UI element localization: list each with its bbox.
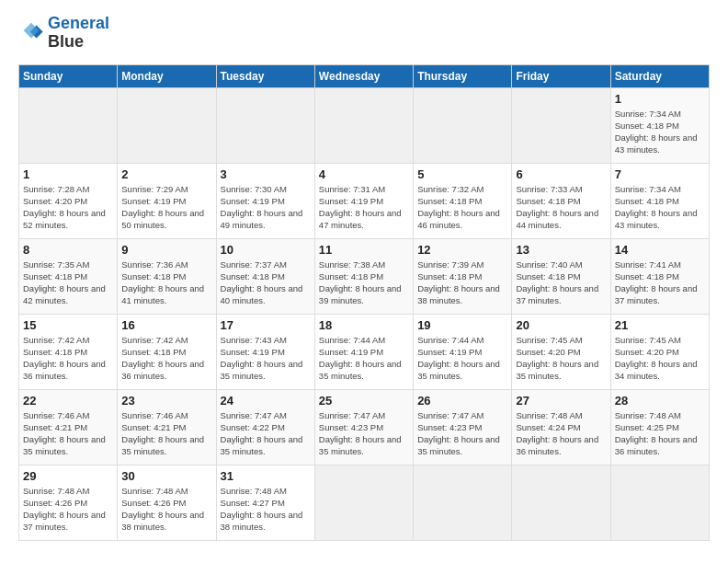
calendar-cell [414, 465, 512, 540]
calendar-cell [118, 87, 216, 163]
day-number: 27 [516, 394, 606, 408]
calendar-cell: 20Sunrise: 7:45 AMSunset: 4:20 PMDayligh… [512, 314, 610, 389]
day-number: 25 [319, 394, 409, 408]
day-number: 29 [23, 469, 113, 483]
day-number: 6 [516, 167, 606, 181]
day-info: Sunrise: 7:48 AMSunset: 4:26 PMDaylight:… [23, 485, 113, 534]
day-info: Sunrise: 7:34 AMSunset: 4:18 PMDaylight:… [615, 183, 705, 232]
calendar-cell [414, 87, 512, 163]
calendar-cell [314, 465, 413, 540]
day-info: Sunrise: 7:41 AMSunset: 4:18 PMDaylight:… [615, 259, 705, 307]
calendar-cell: 3Sunrise: 7:30 AMSunset: 4:19 PMDaylight… [216, 163, 314, 238]
calendar-cell: 23Sunrise: 7:46 AMSunset: 4:21 PMDayligh… [118, 389, 216, 465]
day-number: 19 [417, 318, 507, 332]
day-info: Sunrise: 7:42 AMSunset: 4:18 PMDaylight:… [121, 334, 211, 383]
calendar-body: 1Sunrise: 7:34 AMSunset: 4:18 PMDaylight… [19, 87, 710, 540]
calendar-cell: 29Sunrise: 7:48 AMSunset: 4:26 PMDayligh… [19, 465, 118, 540]
day-info: Sunrise: 7:33 AMSunset: 4:18 PMDaylight:… [516, 183, 606, 232]
day-info: Sunrise: 7:32 AMSunset: 4:18 PMDaylight:… [417, 183, 507, 232]
day-header: Saturday [610, 64, 709, 87]
calendar-cell: 16Sunrise: 7:42 AMSunset: 4:18 PMDayligh… [118, 314, 216, 389]
day-number: 18 [319, 318, 409, 332]
calendar-cell: 1Sunrise: 7:34 AMSunset: 4:18 PMDaylight… [610, 87, 709, 163]
day-number: 15 [23, 318, 113, 332]
day-header: Friday [512, 64, 610, 87]
day-number: 9 [121, 243, 211, 257]
day-number: 2 [121, 167, 211, 181]
day-header: Monday [118, 64, 216, 87]
day-info: Sunrise: 7:47 AMSunset: 4:23 PMDaylight:… [417, 409, 507, 458]
calendar-cell: 31Sunrise: 7:48 AMSunset: 4:27 PMDayligh… [216, 465, 314, 540]
day-info: Sunrise: 7:30 AMSunset: 4:19 PMDaylight:… [221, 183, 311, 232]
day-number: 3 [221, 167, 311, 181]
calendar-cell: 6Sunrise: 7:33 AMSunset: 4:18 PMDaylight… [512, 163, 610, 238]
day-info: Sunrise: 7:37 AMSunset: 4:18 PMDaylight:… [221, 259, 311, 307]
calendar-week-row: 8Sunrise: 7:35 AMSunset: 4:18 PMDaylight… [19, 238, 710, 314]
day-info: Sunrise: 7:48 AMSunset: 4:26 PMDaylight:… [121, 485, 211, 534]
day-number: 5 [417, 167, 507, 181]
calendar-cell: 4Sunrise: 7:31 AMSunset: 4:19 PMDaylight… [314, 163, 413, 238]
calendar-cell: 24Sunrise: 7:47 AMSunset: 4:22 PMDayligh… [216, 389, 314, 465]
calendar-cell: 13Sunrise: 7:40 AMSunset: 4:18 PMDayligh… [512, 238, 610, 314]
day-number: 8 [23, 243, 113, 257]
calendar-week-row: 15Sunrise: 7:42 AMSunset: 4:18 PMDayligh… [19, 314, 710, 389]
day-info: Sunrise: 7:46 AMSunset: 4:21 PMDaylight:… [23, 409, 113, 458]
calendar-table: SundayMondayTuesdayWednesdayThursdayFrid… [18, 64, 710, 541]
calendar-cell: 1Sunrise: 7:28 AMSunset: 4:20 PMDaylight… [19, 163, 118, 238]
day-info: Sunrise: 7:45 AMSunset: 4:20 PMDaylight:… [615, 334, 705, 383]
calendar-cell: 26Sunrise: 7:47 AMSunset: 4:23 PMDayligh… [414, 389, 512, 465]
day-header: Sunday [19, 64, 118, 87]
day-number: 7 [615, 167, 705, 181]
calendar-week-row: 29Sunrise: 7:48 AMSunset: 4:26 PMDayligh… [19, 465, 710, 540]
calendar-cell: 9Sunrise: 7:36 AMSunset: 4:18 PMDaylight… [118, 238, 216, 314]
calendar-week-row: 1Sunrise: 7:34 AMSunset: 4:18 PMDaylight… [19, 87, 710, 163]
day-number: 31 [221, 469, 311, 483]
calendar-week-row: 1Sunrise: 7:28 AMSunset: 4:20 PMDaylight… [19, 163, 710, 238]
calendar-cell: 19Sunrise: 7:44 AMSunset: 4:19 PMDayligh… [414, 314, 512, 389]
day-number: 17 [221, 318, 311, 332]
day-number: 11 [319, 243, 409, 257]
day-number: 30 [121, 469, 211, 483]
calendar-cell: 11Sunrise: 7:38 AMSunset: 4:18 PMDayligh… [314, 238, 413, 314]
day-info: Sunrise: 7:45 AMSunset: 4:20 PMDaylight:… [516, 334, 606, 383]
day-info: Sunrise: 7:48 AMSunset: 4:25 PMDaylight:… [615, 409, 705, 458]
day-number: 22 [23, 394, 113, 408]
calendar-cell: 10Sunrise: 7:37 AMSunset: 4:18 PMDayligh… [216, 238, 314, 314]
calendar-cell: 12Sunrise: 7:39 AMSunset: 4:18 PMDayligh… [414, 238, 512, 314]
page-container: GeneralBlue SundayMondayTuesdayWednesday… [0, 0, 728, 550]
day-info: Sunrise: 7:34 AMSunset: 4:18 PMDaylight:… [615, 108, 705, 156]
day-info: Sunrise: 7:43 AMSunset: 4:19 PMDaylight:… [221, 334, 311, 383]
day-number: 1 [23, 167, 113, 181]
calendar-cell: 14Sunrise: 7:41 AMSunset: 4:18 PMDayligh… [610, 238, 709, 314]
day-info: Sunrise: 7:47 AMSunset: 4:22 PMDaylight:… [221, 409, 311, 458]
day-info: Sunrise: 7:31 AMSunset: 4:19 PMDaylight:… [319, 183, 409, 232]
logo-text: GeneralBlue [48, 15, 109, 52]
calendar-cell: 8Sunrise: 7:35 AMSunset: 4:18 PMDaylight… [19, 238, 118, 314]
day-info: Sunrise: 7:39 AMSunset: 4:18 PMDaylight:… [417, 259, 507, 307]
day-number: 1 [615, 92, 705, 106]
day-info: Sunrise: 7:48 AMSunset: 4:27 PMDaylight:… [221, 485, 311, 534]
day-header: Tuesday [216, 64, 314, 87]
day-info: Sunrise: 7:35 AMSunset: 4:18 PMDaylight:… [23, 259, 113, 307]
day-header: Wednesday [314, 64, 413, 87]
calendar-cell: 21Sunrise: 7:45 AMSunset: 4:20 PMDayligh… [610, 314, 709, 389]
day-info: Sunrise: 7:46 AMSunset: 4:21 PMDaylight:… [121, 409, 211, 458]
calendar-cell [610, 465, 709, 540]
calendar-header-row: SundayMondayTuesdayWednesdayThursdayFrid… [19, 64, 710, 87]
calendar-cell: 27Sunrise: 7:48 AMSunset: 4:24 PMDayligh… [512, 389, 610, 465]
day-info: Sunrise: 7:44 AMSunset: 4:19 PMDaylight:… [319, 334, 409, 383]
calendar-cell: 15Sunrise: 7:42 AMSunset: 4:18 PMDayligh… [19, 314, 118, 389]
day-number: 14 [615, 243, 705, 257]
day-info: Sunrise: 7:44 AMSunset: 4:19 PMDaylight:… [417, 334, 507, 383]
calendar-cell: 30Sunrise: 7:48 AMSunset: 4:26 PMDayligh… [118, 465, 216, 540]
calendar-cell [512, 87, 610, 163]
day-info: Sunrise: 7:36 AMSunset: 4:18 PMDaylight:… [121, 259, 211, 307]
calendar-cell: 25Sunrise: 7:47 AMSunset: 4:23 PMDayligh… [314, 389, 413, 465]
calendar-cell: 7Sunrise: 7:34 AMSunset: 4:18 PMDaylight… [610, 163, 709, 238]
calendar-cell [512, 465, 610, 540]
day-number: 16 [121, 318, 211, 332]
day-info: Sunrise: 7:47 AMSunset: 4:23 PMDaylight:… [319, 409, 409, 458]
day-number: 24 [221, 394, 311, 408]
calendar-cell [314, 87, 413, 163]
day-number: 23 [121, 394, 211, 408]
